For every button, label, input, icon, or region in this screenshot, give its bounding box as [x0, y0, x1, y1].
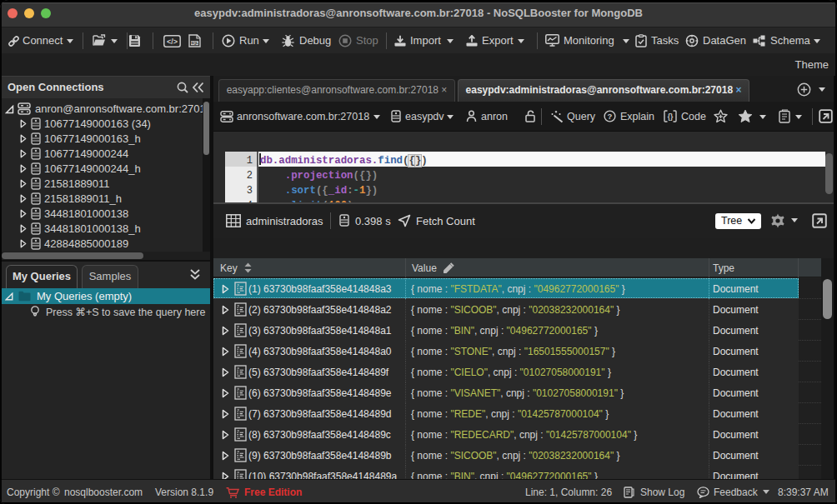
svg-text:?: ? — [608, 112, 613, 121]
svg-text:SQL: SQL — [191, 41, 198, 45]
svg-text:{}: {} — [668, 112, 674, 121]
svg-text:</>: </> — [167, 37, 178, 46]
